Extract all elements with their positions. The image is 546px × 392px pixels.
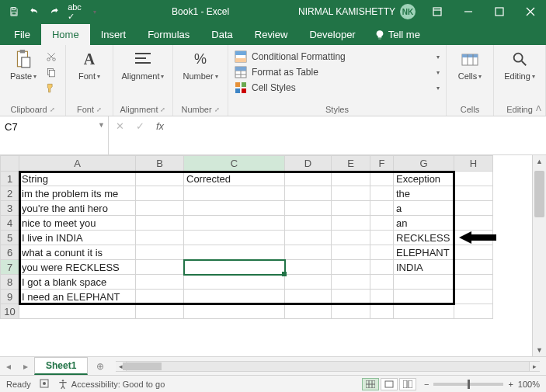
- cell[interactable]: the: [394, 186, 454, 201]
- cell[interactable]: [332, 231, 370, 245]
- cell[interactable]: [19, 304, 136, 319]
- page-layout-view-button[interactable]: [381, 378, 398, 390]
- cell[interactable]: [285, 186, 332, 201]
- cell[interactable]: [370, 231, 394, 245]
- zoom-in-button[interactable]: +: [508, 380, 513, 389]
- cell[interactable]: [285, 290, 332, 304]
- cell[interactable]: [285, 201, 332, 216]
- tab-review[interactable]: Review: [244, 24, 299, 45]
- number-dropdown[interactable]: % Number▾: [179, 48, 221, 81]
- cell[interactable]: [184, 201, 285, 216]
- scroll-thumb[interactable]: [534, 171, 544, 217]
- sheet-tab[interactable]: Sheet1: [34, 357, 88, 375]
- cell[interactable]: [332, 172, 370, 186]
- cell[interactable]: [332, 290, 370, 304]
- copy-button[interactable]: [43, 65, 59, 79]
- row-header[interactable]: 6: [1, 245, 19, 260]
- formula-input[interactable]: [176, 120, 541, 151]
- cell[interactable]: [136, 304, 184, 319]
- cell-styles-button[interactable]: Cell Styles▾: [235, 82, 440, 94]
- tab-developer[interactable]: Developer: [298, 24, 366, 45]
- cell[interactable]: an: [394, 216, 454, 231]
- cell[interactable]: [184, 216, 285, 231]
- font-dropdown[interactable]: A Font▾: [72, 48, 106, 81]
- cell[interactable]: [332, 186, 370, 201]
- cell[interactable]: you're the anti hero: [19, 201, 136, 216]
- insert-function-button[interactable]: fx: [154, 120, 166, 132]
- font-dialog-launcher[interactable]: ⤢: [96, 106, 102, 113]
- user-account[interactable]: NIRMAL KAMISHETTY NK: [292, 4, 422, 19]
- cell[interactable]: [136, 201, 184, 216]
- clipboard-dialog-launcher[interactable]: ⤢: [50, 106, 55, 113]
- cell[interactable]: [370, 216, 394, 231]
- scroll-down-button[interactable]: ▼: [533, 344, 546, 356]
- cell[interactable]: String: [19, 172, 136, 186]
- row-header[interactable]: 8: [1, 275, 19, 290]
- tab-file[interactable]: File: [3, 24, 41, 45]
- cell[interactable]: I need an ELEPHANT: [19, 290, 136, 304]
- number-dialog-launcher[interactable]: ⤢: [214, 106, 220, 113]
- paste-button[interactable]: Paste▾: [6, 48, 40, 81]
- row-header[interactable]: 5: [1, 231, 19, 245]
- select-all-button[interactable]: [1, 156, 19, 172]
- column-header[interactable]: F: [370, 156, 394, 172]
- tab-data[interactable]: Data: [200, 24, 243, 45]
- format-as-table-button[interactable]: Format as Table▾: [235, 66, 440, 78]
- cell[interactable]: [285, 172, 332, 186]
- cell[interactable]: [370, 275, 394, 290]
- cell[interactable]: [454, 290, 493, 304]
- cell[interactable]: I live in INDIA: [19, 231, 136, 245]
- accept-formula-button[interactable]: ✓: [134, 120, 146, 132]
- alignment-dialog-launcher[interactable]: ⤢: [160, 106, 165, 113]
- macro-record-icon[interactable]: [39, 378, 50, 390]
- cell[interactable]: im the problem its me: [19, 186, 136, 201]
- column-header[interactable]: A: [19, 156, 136, 172]
- cell[interactable]: [454, 304, 493, 319]
- close-button[interactable]: [515, 0, 546, 23]
- conditional-formatting-button[interactable]: Conditional Formatting▾: [235, 50, 440, 63]
- column-header[interactable]: H: [454, 156, 493, 172]
- cell[interactable]: [454, 260, 493, 275]
- save-button[interactable]: [5, 2, 23, 21]
- cell[interactable]: [136, 260, 184, 275]
- row-header[interactable]: 2: [1, 186, 19, 201]
- cell[interactable]: [370, 201, 394, 216]
- cell[interactable]: [184, 186, 285, 201]
- cell[interactable]: [285, 275, 332, 290]
- zoom-out-button[interactable]: −: [424, 380, 429, 389]
- cell[interactable]: [136, 172, 184, 186]
- cell[interactable]: [285, 216, 332, 231]
- cell[interactable]: [370, 304, 394, 319]
- cell[interactable]: [332, 275, 370, 290]
- cell[interactable]: [184, 275, 285, 290]
- format-painter-button[interactable]: [43, 81, 59, 95]
- column-header[interactable]: D: [285, 156, 332, 172]
- horizontal-scrollbar[interactable]: ◂ ▸: [116, 361, 540, 372]
- minimize-button[interactable]: [453, 0, 484, 23]
- cell[interactable]: [136, 231, 184, 245]
- cell[interactable]: [454, 231, 493, 245]
- tab-insert[interactable]: Insert: [90, 24, 137, 45]
- cells-dropdown[interactable]: Cells▾: [453, 48, 487, 81]
- cell[interactable]: [394, 275, 454, 290]
- cancel-formula-button[interactable]: ✕: [113, 120, 126, 132]
- cell[interactable]: [136, 275, 184, 290]
- cell[interactable]: [184, 245, 285, 260]
- cell[interactable]: [454, 186, 493, 201]
- cell[interactable]: [136, 186, 184, 201]
- cell[interactable]: [332, 245, 370, 260]
- cell[interactable]: [370, 245, 394, 260]
- row-header[interactable]: 10: [1, 304, 19, 319]
- cell[interactable]: [370, 172, 394, 186]
- column-header[interactable]: C: [184, 156, 285, 172]
- row-header[interactable]: 7: [1, 260, 19, 275]
- cell[interactable]: [370, 186, 394, 201]
- cell[interactable]: [285, 245, 332, 260]
- redo-button[interactable]: [45, 2, 64, 21]
- cell[interactable]: what a conunt it is: [19, 245, 136, 260]
- name-box[interactable]: ▼: [0, 116, 109, 154]
- name-box-dropdown[interactable]: ▼: [98, 121, 105, 129]
- spellcheck-button[interactable]: abc✓: [65, 2, 84, 21]
- cell[interactable]: [136, 216, 184, 231]
- cell[interactable]: [184, 290, 285, 304]
